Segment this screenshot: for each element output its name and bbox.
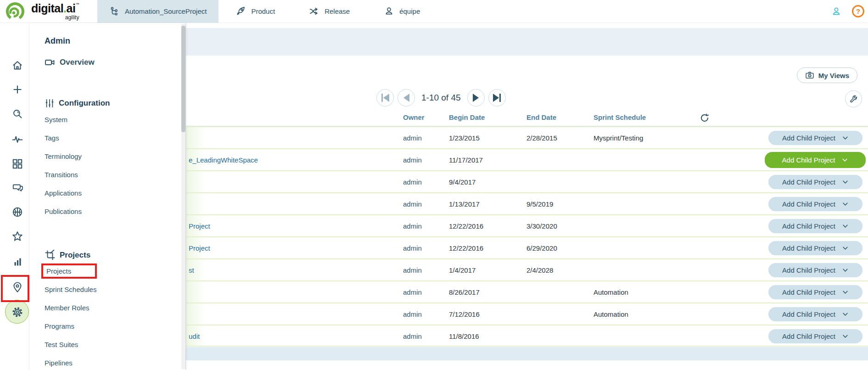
previous-page-button[interactable] (398, 89, 415, 107)
add-child-project-button[interactable]: Add Child Project (768, 131, 862, 145)
owner-cell[interactable]: admin (403, 171, 422, 193)
admin-menu-item[interactable]: Publications (45, 202, 82, 221)
admin-menu-panel: Admin Overview Configuration SystemTagsT… (29, 23, 186, 370)
main-content: My Views 1-10 of 45 Owner Begin Date End… (186, 23, 868, 370)
table-row: admin 9/4/2017 Add Child Project (186, 170, 868, 192)
star-icon[interactable] (11, 230, 23, 242)
top-bar: digital.ai™ agility Automation_SourcePro… (0, 0, 868, 23)
admin-menu-item-label: Tags (45, 134, 59, 142)
column-header-begin-date[interactable]: Begin Date (449, 113, 485, 121)
add-child-project-button[interactable]: Add Child Project (768, 329, 862, 343)
admin-menu-item[interactable]: Member Roles (45, 299, 97, 317)
add-child-project-button[interactable]: Add Child Project (768, 263, 862, 277)
owner-cell[interactable]: admin (403, 193, 422, 215)
home-icon[interactable] (11, 60, 23, 72)
add-child-project-button[interactable]: Add Child Project (768, 219, 862, 233)
add-child-project-label: Add Child Project (782, 178, 835, 186)
owner-cell[interactable]: admin (403, 127, 422, 149)
project-name-link[interactable]: st (189, 259, 194, 281)
section-title: Projects (60, 251, 90, 260)
admin-menu-item[interactable]: Terminology (45, 147, 82, 166)
project-name-link[interactable]: Project (189, 215, 210, 237)
add-child-project-button[interactable]: Add Child Project (768, 285, 862, 299)
end-date-cell: 6/29/2020 (526, 237, 557, 259)
add-child-project-button[interactable]: Add Child Project (765, 152, 866, 168)
owner-cell[interactable]: admin (403, 281, 422, 303)
brand-logo[interactable]: digital.ai™ agility (0, 2, 97, 21)
admin-menu-item-label: Transitions (45, 171, 78, 179)
first-page-button[interactable] (376, 89, 394, 107)
refresh-icon[interactable] (699, 112, 710, 123)
plus-icon[interactable] (11, 84, 23, 95)
add-child-project-button[interactable]: Add Child Project (768, 175, 862, 189)
help-glyph: ? (856, 7, 860, 15)
column-header-end-date[interactable]: End Date (526, 113, 556, 121)
add-child-project-button[interactable]: Add Child Project (768, 197, 862, 211)
nav-label: Product (251, 7, 275, 15)
admin-menu-title: Admin (45, 36, 70, 46)
owner-cell[interactable]: admin (403, 215, 422, 237)
owner-cell[interactable]: admin (403, 259, 422, 281)
admin-menu-item[interactable]: System (45, 111, 82, 129)
admin-menu-item-overview[interactable]: Overview (45, 57, 95, 68)
nav-item-product[interactable]: Product (218, 0, 292, 23)
brand-wordmark: digital.ai™ agility (31, 3, 79, 20)
gear-icon[interactable] (11, 306, 23, 318)
hierarchy-icon (109, 6, 119, 17)
owner-cell[interactable]: admin (403, 303, 422, 325)
wrench-icon (849, 95, 858, 104)
admin-menu-item[interactable]: Test Suites (45, 336, 97, 354)
table-row: e_LeadingWhiteSpace admin 11/17/2017 Add… (186, 148, 868, 170)
panel-scrollbar-thumb[interactable] (181, 26, 185, 132)
admin-menu-item[interactable]: Pipelines (45, 354, 97, 370)
bar-chart-icon[interactable] (11, 256, 23, 268)
panel-scrollbar[interactable] (181, 24, 185, 369)
activity-icon[interactable] (11, 134, 23, 146)
nav-item-release[interactable]: Release (292, 0, 367, 23)
end-date-cell: 2/4/2028 (526, 259, 553, 281)
projects-table-body: admin 1/23/2015 2/28/2015 Mysprint/Testi… (186, 126, 868, 347)
location-pin-icon[interactable] (11, 281, 23, 293)
column-header-sprint-schedule[interactable]: Sprint Schedule (594, 113, 646, 121)
project-name-link[interactable]: Project (189, 237, 210, 259)
owner-cell[interactable]: admin (403, 149, 422, 171)
owner-cell[interactable]: admin (403, 325, 422, 348)
sprint-schedule-cell: Automation (594, 303, 628, 325)
last-page-button[interactable] (488, 89, 506, 107)
nav-item-equipe[interactable]: équipe (367, 0, 437, 23)
admin-menu-item[interactable]: Applications (45, 184, 82, 202)
chat-icon[interactable] (11, 182, 23, 194)
project-name-link[interactable]: e_LeadingWhiteSpace (189, 149, 258, 171)
grid-icon[interactable] (11, 158, 23, 170)
table-row: admin 1/13/2017 9/5/2019 Add Child Proje… (186, 192, 868, 214)
help-icon[interactable]: ? (852, 5, 864, 17)
search-icon[interactable] (11, 108, 23, 120)
nav-label: équipe (399, 7, 420, 15)
add-child-project-button[interactable]: Add Child Project (768, 307, 862, 321)
begin-date-cell: 8/26/2017 (449, 281, 480, 303)
add-child-project-button[interactable]: Add Child Project (768, 241, 862, 255)
next-page-button[interactable] (467, 89, 485, 107)
admin-menu-item[interactable]: Sprint Schedules (45, 280, 97, 299)
column-header-owner[interactable]: Owner (403, 113, 425, 121)
sliders-icon (45, 98, 55, 108)
basketball-icon[interactable] (11, 206, 23, 218)
admin-menu-item[interactable]: Tags (45, 129, 82, 147)
pagination: 1-10 of 45 (376, 89, 506, 107)
my-views-button[interactable]: My Views (797, 67, 857, 83)
admin-menu-item[interactable]: Transitions (45, 166, 82, 184)
admin-menu-item-label: Pipelines (45, 359, 73, 367)
project-name-link[interactable]: udit (189, 325, 200, 348)
owner-cell[interactable]: admin (403, 237, 422, 259)
tab-automation-sourceproject[interactable]: Automation_SourceProject (97, 0, 218, 23)
settings-wrench-button[interactable] (845, 90, 862, 107)
admin-menu-item[interactable]: Programs (45, 317, 97, 336)
table-row: udit admin 11/8/2016 Add Child Project (186, 325, 868, 347)
page-header-band (186, 28, 868, 56)
admin-menu-item-highlighted[interactable]: Projects (45, 262, 97, 280)
nav-label: Release (325, 7, 350, 15)
projects-item-list: ProjectsSprint SchedulesMember RolesProg… (45, 262, 97, 370)
profile-person-icon[interactable] (831, 6, 842, 17)
admin-menu-item-label: Member Roles (45, 304, 90, 312)
admin-menu-item-label: Sprint Schedules (45, 286, 96, 293)
